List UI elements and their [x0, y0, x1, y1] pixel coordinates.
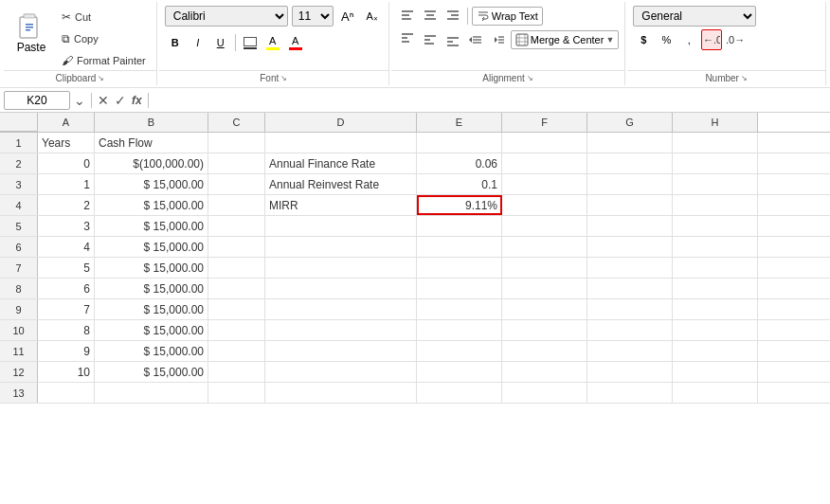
- italic-button[interactable]: I: [188, 32, 208, 53]
- decrease-decimal-button[interactable]: ←.0: [701, 29, 722, 50]
- cell-a4[interactable]: 2: [38, 195, 95, 215]
- cell-d12[interactable]: [265, 362, 417, 382]
- valign-middle-button[interactable]: [420, 29, 441, 50]
- cell-b6[interactable]: $ 15,000.00: [95, 237, 208, 257]
- cell-g3[interactable]: [587, 174, 673, 194]
- cell-h9[interactable]: [673, 299, 758, 319]
- border-button[interactable]: [240, 32, 261, 53]
- number-format-select[interactable]: General: [633, 6, 756, 27]
- cell-e2[interactable]: 0.06: [417, 153, 502, 173]
- col-header-f[interactable]: F: [502, 113, 587, 132]
- cell-f5[interactable]: [502, 216, 587, 236]
- clipboard-expand-icon[interactable]: ↘: [98, 74, 104, 82]
- cell-c8[interactable]: [208, 279, 265, 298]
- cell-e7[interactable]: [417, 258, 502, 278]
- alignment-expand-icon[interactable]: ↘: [527, 74, 533, 82]
- font-color-button[interactable]: A: [285, 32, 306, 53]
- cell-a10[interactable]: 8: [38, 320, 95, 340]
- increase-font-button[interactable]: Aⁿ: [337, 6, 358, 27]
- cell-c12[interactable]: [208, 362, 265, 382]
- cell-g12[interactable]: [587, 362, 673, 382]
- cell-c6[interactable]: [208, 237, 265, 257]
- col-header-g[interactable]: G: [587, 113, 673, 132]
- underline-button[interactable]: U: [210, 32, 231, 53]
- font-name-select[interactable]: Calibri: [165, 6, 288, 27]
- paste-button[interactable]: Paste: [9, 6, 53, 59]
- cell-d3[interactable]: Annual Reinvest Rate: [265, 174, 417, 194]
- cell-d5[interactable]: [265, 216, 417, 236]
- cell-f7[interactable]: [502, 258, 587, 278]
- cell-f12[interactable]: [502, 362, 587, 382]
- confirm-formula-icon[interactable]: ✓: [115, 93, 126, 108]
- cell-b7[interactable]: $ 15,000.00: [95, 258, 208, 278]
- cell-g2[interactable]: [587, 153, 673, 173]
- cell-f6[interactable]: [502, 237, 587, 257]
- cell-a1[interactable]: Years: [38, 133, 95, 153]
- cell-d6[interactable]: [265, 237, 417, 257]
- cell-f13[interactable]: [502, 383, 587, 403]
- cell-g7[interactable]: [587, 258, 673, 278]
- cell-d11[interactable]: [265, 341, 417, 361]
- cell-f3[interactable]: [502, 174, 587, 194]
- cell-h10[interactable]: [673, 320, 758, 340]
- cell-f11[interactable]: [502, 341, 587, 361]
- cell-e4[interactable]: 9.11%: [417, 195, 502, 215]
- fill-color-button[interactable]: A: [262, 32, 283, 53]
- cell-c4[interactable]: [208, 195, 265, 215]
- cell-b3[interactable]: $ 15,000.00: [95, 174, 208, 194]
- cell-c10[interactable]: [208, 320, 265, 340]
- cell-a2[interactable]: 0: [38, 153, 95, 173]
- expand-formula-icon[interactable]: ⌄: [74, 93, 85, 108]
- cell-a13[interactable]: [38, 383, 95, 403]
- cell-c7[interactable]: [208, 258, 265, 278]
- indent-decrease-button[interactable]: [465, 29, 486, 50]
- cell-b1[interactable]: Cash Flow: [95, 133, 208, 153]
- cell-a5[interactable]: 3: [38, 216, 95, 236]
- cell-a3[interactable]: 1: [38, 174, 95, 194]
- cell-c2[interactable]: [208, 153, 265, 173]
- cell-h3[interactable]: [673, 174, 758, 194]
- col-header-e[interactable]: E: [417, 113, 502, 132]
- cell-g1[interactable]: [587, 133, 673, 153]
- cell-c3[interactable]: [208, 174, 265, 194]
- cell-g5[interactable]: [587, 216, 673, 236]
- cell-reference-input[interactable]: [4, 91, 70, 110]
- cell-c13[interactable]: [208, 383, 265, 403]
- cell-h2[interactable]: [673, 153, 758, 173]
- cell-h7[interactable]: [673, 258, 758, 278]
- cell-e5[interactable]: [417, 216, 502, 236]
- cell-b5[interactable]: $ 15,000.00: [95, 216, 208, 236]
- cell-a8[interactable]: 6: [38, 279, 95, 298]
- cell-f10[interactable]: [502, 320, 587, 340]
- cell-d2[interactable]: Annual Finance Rate: [265, 153, 417, 173]
- cell-e10[interactable]: [417, 320, 502, 340]
- font-expand-icon[interactable]: ↘: [280, 74, 287, 82]
- cell-h4[interactable]: [673, 195, 758, 215]
- align-top-left-button[interactable]: [397, 6, 418, 27]
- cell-h13[interactable]: [673, 383, 758, 403]
- cell-h11[interactable]: [673, 341, 758, 361]
- col-header-b[interactable]: B: [95, 113, 208, 132]
- comma-button[interactable]: ,: [678, 29, 699, 50]
- cell-g4[interactable]: [587, 195, 673, 215]
- col-header-d[interactable]: D: [265, 113, 417, 132]
- align-right-button[interactable]: [442, 6, 463, 27]
- cell-d4[interactable]: MIRR: [265, 195, 417, 215]
- cell-a12[interactable]: 10: [38, 362, 95, 382]
- col-header-c[interactable]: C: [208, 113, 265, 132]
- cell-a6[interactable]: 4: [38, 237, 95, 257]
- cell-d10[interactable]: [265, 320, 417, 340]
- decrease-font-button[interactable]: Aₓ: [362, 6, 383, 27]
- percent-button[interactable]: %: [656, 29, 677, 50]
- cell-b11[interactable]: $ 15,000.00: [95, 341, 208, 361]
- cell-b13[interactable]: [95, 383, 208, 403]
- indent-increase-button[interactable]: [488, 29, 509, 50]
- font-size-select[interactable]: 11: [292, 6, 334, 27]
- cell-f4[interactable]: [502, 195, 587, 215]
- cell-g6[interactable]: [587, 237, 673, 257]
- cell-c5[interactable]: [208, 216, 265, 236]
- accounting-format-button[interactable]: $: [633, 29, 654, 50]
- cell-b10[interactable]: $ 15,000.00: [95, 320, 208, 340]
- copy-button[interactable]: ⧉ Copy: [57, 29, 151, 48]
- cell-e6[interactable]: [417, 237, 502, 257]
